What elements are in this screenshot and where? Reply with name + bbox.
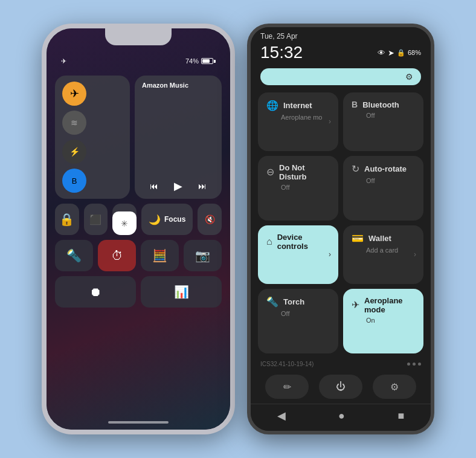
- android-internet-title: Internet: [283, 101, 312, 110]
- android-time-row: 15:32 👁 ➤ 🔒 68%: [251, 43, 431, 66]
- ios-music-box: Amazon Music ⏮ ▶ ⏭: [135, 76, 222, 199]
- ios-next-btn[interactable]: ⏭: [198, 181, 207, 191]
- ios-wifi-off-row[interactable]: ⚡: [62, 140, 123, 164]
- ios-battery-status: 74%: [185, 57, 216, 65]
- ios-focus-btn[interactable]: 🌙 Focus: [141, 204, 193, 235]
- android-tile-torch-header: 🔦 Torch: [266, 296, 330, 308]
- ios-camera-btn[interactable]: 📷: [184, 240, 222, 271]
- ios-torch-btn[interactable]: 🔦: [55, 240, 93, 271]
- ios-mirror-btn[interactable]: ⬛: [84, 204, 108, 235]
- ios-phone: ✈ 74% ✈: [42, 24, 235, 434]
- android-recents-btn[interactable]: ■: [397, 410, 404, 422]
- ios-bluetooth-row[interactable]: B: [62, 169, 123, 193]
- android-phone: Tue, 25 Apr 15:32 👁 ➤ 🔒 68% ⚙: [247, 24, 434, 434]
- android-airplane-subtitle: On: [352, 317, 415, 324]
- ios-wifi-icon: ≋: [71, 118, 78, 127]
- ios-bottom-row-1: 🔦 ⏱ 🧮 📷: [55, 240, 222, 271]
- android-tile-wallet[interactable]: 💳 Wallet Add a card ›: [343, 225, 423, 284]
- ios-wifi-btn[interactable]: ≋: [62, 111, 86, 135]
- android-torch-title: Torch: [283, 297, 304, 306]
- ios-prev-btn[interactable]: ⏮: [150, 181, 158, 191]
- ios-record-btn[interactable]: ⏺: [55, 276, 136, 308]
- ios-volume-btn[interactable]: 🔇: [198, 204, 222, 235]
- ios-lock-icon: 🔒: [59, 212, 74, 227]
- android-power-icon: ⏻: [336, 381, 346, 392]
- android-tile-torch[interactable]: 🔦 Torch Off: [258, 289, 338, 354]
- android-tile-internet-header: 🌐 Internet: [266, 100, 330, 111]
- android-tile-autorotate-header: ↻ Auto-rotate: [352, 163, 415, 175]
- android-brightness-handle: ⚙: [403, 71, 415, 83]
- ios-wifi-off-icon: ⚡: [69, 147, 80, 156]
- android-internet-icon: 🌐: [266, 100, 278, 111]
- android-home-btn[interactable]: ●: [338, 410, 345, 422]
- android-brightness-bar[interactable]: ⚙: [260, 68, 421, 85]
- android-tile-internet[interactable]: 🌐 Internet Aeroplane mo ›: [258, 92, 338, 151]
- android-tile-airplane[interactable]: ✈ Aeroplane mode On: [343, 289, 423, 354]
- android-tile-devicecontrols[interactable]: ⌂ Device controls ›: [258, 225, 338, 284]
- ios-waveform-btn[interactable]: 📊: [141, 276, 222, 308]
- android-edit-icon: ✏: [283, 381, 291, 393]
- android-brightness-row[interactable]: ⚙: [251, 66, 431, 90]
- ios-music-controls: ⏮ ▶ ⏭: [142, 179, 214, 193]
- ios-brightness-icon: ✳: [121, 219, 128, 228]
- android-back-btn[interactable]: ◀: [277, 409, 286, 422]
- ios-airplane-btn[interactable]: ✈: [62, 82, 86, 106]
- android-nav-icon: ➤: [388, 48, 394, 57]
- ios-camera-icon: 📷: [195, 248, 210, 263]
- android-time: 15:32: [260, 43, 303, 62]
- android-airplane-title: Aeroplane mode: [364, 296, 415, 314]
- ios-wifi-row[interactable]: ≋: [62, 111, 123, 135]
- ios-notch: [105, 28, 172, 45]
- android-devicecontrols-chevron: ›: [329, 250, 331, 259]
- android-settings-btn[interactable]: ⚙: [373, 375, 416, 399]
- android-date: Tue, 25 Apr: [260, 32, 298, 40]
- android-tile-dnd-header: ⊖ Do Not Disturb: [266, 163, 330, 181]
- ios-mirror-icon: ⬛: [89, 214, 101, 225]
- ios-airplane-icon: ✈: [61, 57, 66, 65]
- ios-timer-btn[interactable]: ⏱: [98, 240, 136, 271]
- android-tile-bluetooth[interactable]: B Bluetooth Off: [343, 92, 423, 151]
- android-torch-icon: 🔦: [266, 296, 278, 308]
- android-power-btn[interactable]: ⏻: [319, 375, 362, 399]
- android-tile-dnd[interactable]: ⊖ Do Not Disturb Off: [258, 156, 338, 221]
- android-devicecontrols-icon: ⌂: [266, 236, 272, 247]
- ios-record-icon: ⏺: [89, 285, 101, 299]
- android-bluetooth-title: Bluetooth: [362, 100, 399, 109]
- ios-mid-row: 🔒 ⬛ ✳ 🌙 Focus 🔇: [55, 204, 222, 235]
- android-dnd-title: Do Not Disturb: [279, 163, 330, 181]
- android-edit-btn[interactable]: ✏: [265, 375, 309, 399]
- android-wallet-chevron: ›: [414, 250, 416, 259]
- ios-airplane-row[interactable]: ✈: [62, 82, 123, 106]
- ios-control-center: ✈ ≋ ⚡ B: [47, 69, 230, 314]
- ios-bluetooth-btn[interactable]: B: [62, 169, 86, 193]
- android-internet-subtitle: Aeroplane mo: [266, 114, 330, 121]
- android-dots: [407, 363, 421, 366]
- android-wallet-title: Wallet: [368, 234, 391, 243]
- android-torch-subtitle: Off: [266, 310, 330, 317]
- ios-music-title: Amazon Music: [142, 82, 214, 89]
- android-tile-airplane-header: ✈ Aeroplane mode: [352, 296, 415, 314]
- ios-bottom-row-2: ⏺ 📊: [55, 276, 222, 308]
- android-autorotate-subtitle: Off: [352, 177, 415, 184]
- ios-lock-btn[interactable]: 🔒: [55, 204, 79, 235]
- ios-calc-icon: 🧮: [152, 248, 167, 263]
- ios-moon-icon: 🌙: [149, 214, 161, 225]
- android-tile-autorotate[interactable]: ↻ Auto-rotate Off: [343, 156, 423, 221]
- ios-play-btn[interactable]: ▶: [174, 179, 182, 193]
- ios-timer-icon: ⏱: [111, 249, 123, 263]
- android-wallet-icon: 💳: [352, 233, 364, 244]
- ios-home-bar: [108, 421, 169, 424]
- android-bluetooth-icon: B: [352, 100, 358, 109]
- android-dot-3: [418, 363, 421, 366]
- android-battery-pct: 68%: [408, 49, 421, 56]
- android-tile-bluetooth-header: B Bluetooth: [352, 100, 415, 109]
- ios-wifi-off-btn[interactable]: ⚡: [62, 140, 86, 164]
- ios-brightness-slider[interactable]: ✳: [112, 204, 137, 235]
- android-tile-devicecontrols-header: ⌂ Device controls: [266, 233, 330, 251]
- android-version: ICS32.41-10-19-14): [260, 361, 404, 367]
- ios-waveform-icon: 📊: [174, 285, 189, 299]
- android-airplane-icon: ✈: [352, 299, 359, 311]
- android-tile-wallet-header: 💳 Wallet: [352, 233, 415, 244]
- ios-calc-btn[interactable]: 🧮: [141, 240, 179, 271]
- ios-battery-icon: [201, 58, 216, 64]
